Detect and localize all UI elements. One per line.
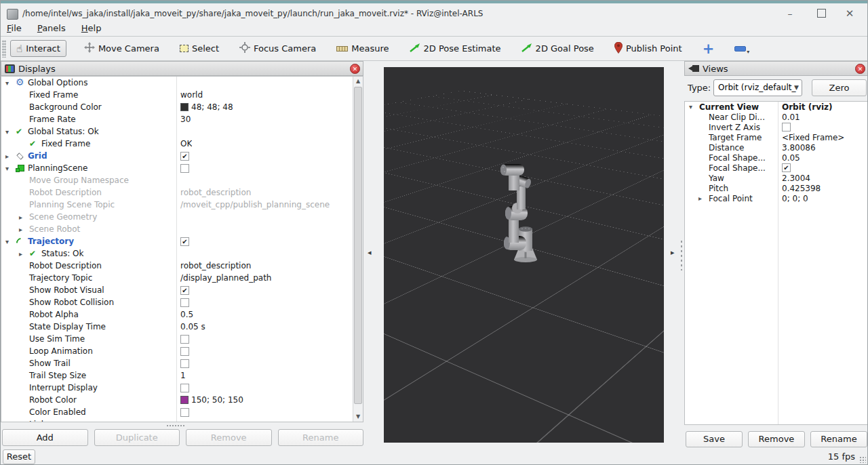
- tree-row-focal-shape[interactable]: Focal Shape...: [685, 163, 868, 173]
- property-value[interactable]: 0.05 s: [180, 322, 205, 331]
- toolbar-drag-handle[interactable]: [2, 40, 6, 58]
- views-panel-header[interactable]: Views ✕: [684, 61, 868, 76]
- tree-row-planning-scene-topic[interactable]: Planning Scene Topic/moveit_cpp/publish_…: [1, 199, 363, 211]
- expand-arrow-icon[interactable]: ▸: [18, 421, 29, 423]
- tree-row-near-clip-di[interactable]: Near Clip Di...0.01: [685, 112, 868, 122]
- expand-arrow-icon[interactable]: ▸: [18, 226, 29, 233]
- tree-row-status-ok[interactable]: ▸Status: Ok: [1, 247, 363, 260]
- tree-row-focal-point[interactable]: ▸Focal Point0; 0; 0: [685, 193, 868, 203]
- tree-row-distance[interactable]: Distance3.80086: [685, 142, 868, 153]
- tree-row-robot-description[interactable]: Robot Descriptionrobot_description: [1, 260, 363, 272]
- checkbox[interactable]: [180, 347, 189, 356]
- tree-row-trajectory[interactable]: ▾Trajectory: [1, 235, 363, 247]
- tree-row-interrupt-display[interactable]: Interrupt Display: [1, 382, 363, 394]
- collapse-arrow-icon[interactable]: ▾: [688, 103, 699, 110]
- tool-remove[interactable]: ▾: [729, 43, 757, 54]
- tree-row-current-view[interactable]: ▾Current ViewOrbit (rviz): [685, 102, 868, 112]
- tree-row-planningscene[interactable]: ▾PlanningScene: [1, 162, 363, 174]
- tree-row-move-group-namespace[interactable]: Move Group Namespace: [1, 174, 363, 186]
- tree-row-robot-description[interactable]: Robot Descriptionrobot_description: [1, 186, 363, 199]
- checkbox[interactable]: [180, 359, 189, 368]
- checkbox[interactable]: [180, 164, 189, 173]
- collapse-arrow-icon[interactable]: ▾: [4, 79, 16, 87]
- property-value[interactable]: <Fixed Frame>: [782, 133, 844, 142]
- collapse-left-panel-icon[interactable]: ◂: [368, 248, 372, 257]
- tree-row-scene-geometry[interactable]: ▸Scene Geometry: [1, 211, 363, 223]
- remove-view-button[interactable]: Remove: [748, 431, 805, 447]
- save-view-button[interactable]: Save: [686, 431, 743, 447]
- property-value[interactable]: world: [180, 90, 203, 100]
- displays-panel-header[interactable]: Displays ✕: [1, 61, 363, 76]
- collapse-arrow-icon[interactable]: ▾: [4, 165, 16, 172]
- tool-2d-goal-pose[interactable]: 2D Goal Pose: [516, 40, 599, 57]
- tree-row-global-status-ok[interactable]: ▾Global Status: Ok: [1, 125, 363, 138]
- tree-row-fixed-frame[interactable]: Fixed Frameworld: [1, 89, 363, 101]
- checkbox[interactable]: [180, 286, 189, 295]
- tree-row-robot-alpha[interactable]: Robot Alpha0.5: [1, 308, 363, 321]
- tree-row-loop-animation[interactable]: Loop Animation: [1, 345, 363, 357]
- minimize-icon[interactable]: –: [776, 5, 804, 22]
- property-value[interactable]: OK: [180, 139, 192, 148]
- views-splitter-handle[interactable]: [680, 239, 683, 270]
- tree-row-grid[interactable]: ▸Grid: [1, 150, 363, 162]
- tree-row-fixed-frame[interactable]: Fixed FrameOK: [1, 138, 363, 150]
- checkbox[interactable]: [782, 123, 791, 132]
- displays-splitter-handle[interactable]: [166, 424, 185, 427]
- view-type-dropdown[interactable]: Orbit (rviz_default_ ▼: [713, 79, 802, 96]
- property-value[interactable]: Orbit (rviz): [782, 102, 833, 112]
- rename-display-button[interactable]: Rename: [278, 429, 364, 446]
- expand-arrow-icon[interactable]: ▸: [697, 195, 709, 202]
- 3d-viewport[interactable]: [384, 67, 664, 443]
- property-value[interactable]: 3.80086: [782, 143, 816, 153]
- tree-row-state-display-time[interactable]: State Display Time0.05 s: [1, 321, 363, 333]
- menu-file[interactable]: File: [1, 21, 28, 35]
- close-views-icon[interactable]: ✕: [855, 64, 865, 74]
- maximize-icon[interactable]: [808, 5, 835, 22]
- resize-grip[interactable]: [859, 456, 866, 463]
- property-value[interactable]: 0.425398: [782, 184, 821, 193]
- property-value[interactable]: 1: [180, 371, 186, 380]
- collapse-arrow-icon[interactable]: ▾: [4, 128, 16, 136]
- column-divider[interactable]: [176, 77, 177, 422]
- tree-row-background-color[interactable]: Background Color48; 48; 48: [1, 101, 363, 113]
- tree-row-frame-rate[interactable]: Frame Rate30: [1, 113, 363, 125]
- scroll-down-icon[interactable]: ▼: [353, 412, 363, 422]
- close-window-icon[interactable]: ✕: [836, 5, 863, 22]
- tree-row-scene-robot[interactable]: ▸Scene Robot: [1, 223, 363, 235]
- tree-row-color-enabled[interactable]: Color Enabled: [1, 406, 363, 418]
- tool-move-camera[interactable]: Move Camera: [79, 39, 165, 58]
- tree-row-trail-step-size[interactable]: Trail Step Size1: [1, 369, 363, 382]
- scroll-up-icon[interactable]: ▲: [353, 77, 363, 86]
- tree-row-yaw[interactable]: Yaw2.3004: [685, 173, 868, 183]
- menu-help[interactable]: Help: [75, 21, 108, 35]
- checkbox[interactable]: [180, 335, 189, 344]
- tool-focus-camera[interactable]: Focus Camera: [234, 39, 321, 58]
- expand-arrow-icon[interactable]: ▸: [18, 214, 29, 221]
- collapse-right-panel-icon[interactable]: ▸: [671, 248, 675, 257]
- checkbox[interactable]: [180, 152, 189, 161]
- add-button[interactable]: Add: [2, 429, 88, 446]
- tree-row-global-options[interactable]: ▾Global Options: [1, 77, 363, 89]
- property-value[interactable]: robot_description: [180, 261, 251, 270]
- titlebar[interactable]: /home/intel/ws_jaka/install/jaka_moveit_…: [1, 1, 868, 21]
- property-value[interactable]: robot_description: [180, 188, 251, 197]
- checkbox[interactable]: [180, 298, 189, 307]
- tree-row-show-robot-collision[interactable]: Show Robot Collision: [1, 296, 363, 308]
- collapse-arrow-icon[interactable]: ▾: [4, 238, 16, 245]
- tool-measure[interactable]: Measure: [331, 41, 394, 56]
- scrollbar-thumb[interactable]: [354, 87, 362, 404]
- property-value[interactable]: 0.01: [782, 113, 800, 122]
- tree-row-trajectory-topic[interactable]: Trajectory Topic/display_planned_path: [1, 272, 363, 284]
- tree-row-robot-color[interactable]: Robot Color150; 50; 150: [1, 394, 363, 406]
- tree-row-links[interactable]: ▸Links: [1, 418, 363, 422]
- property-value[interactable]: 150; 50; 150: [191, 395, 243, 405]
- tree-row-pitch[interactable]: Pitch0.425398: [685, 183, 868, 193]
- tool-add[interactable]: +: [697, 41, 720, 57]
- property-value[interactable]: 2.3004: [782, 174, 810, 183]
- property-value[interactable]: 30: [180, 115, 191, 124]
- tool-select[interactable]: Select: [174, 41, 224, 56]
- close-displays-icon[interactable]: ✕: [350, 64, 360, 74]
- property-value[interactable]: /display_planned_path: [180, 273, 271, 283]
- checkbox[interactable]: [180, 408, 189, 417]
- property-value[interactable]: /moveit_cpp/publish_planning_scene: [180, 200, 330, 209]
